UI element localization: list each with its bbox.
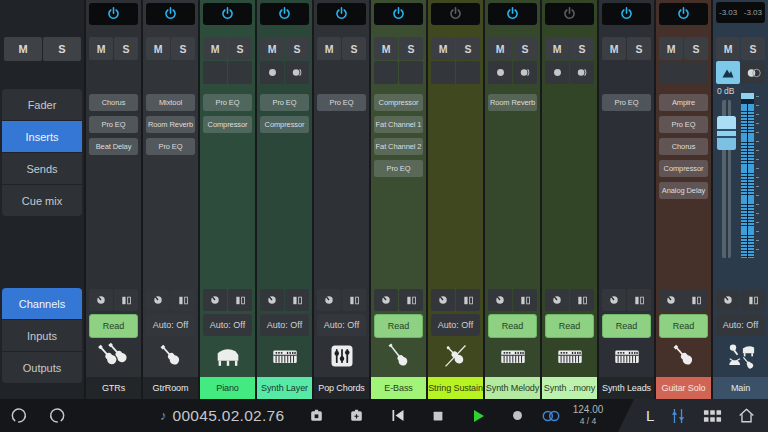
stop-button[interactable]	[425, 399, 451, 432]
pan-knob-button[interactable]	[146, 289, 170, 311]
return-to-start-button[interactable]	[385, 399, 411, 432]
insert-slot-pro-eq[interactable]: Pro EQ	[602, 94, 651, 111]
link-button[interactable]: L	[646, 407, 654, 424]
insert-slot-chorus[interactable]: Chorus	[659, 138, 708, 155]
monitor-button[interactable]	[684, 61, 708, 84]
sidebar-item-cue-mix[interactable]: Cue mix	[2, 185, 82, 216]
pan-knob-button[interactable]	[488, 289, 512, 311]
solo-button[interactable]: S	[114, 37, 138, 60]
insert-slot-analog-delay[interactable]: Analog Delay	[659, 182, 708, 199]
monitor-button[interactable]	[570, 61, 594, 84]
sidebar-item-fader[interactable]: Fader	[2, 89, 82, 120]
dual-pan-button[interactable]	[285, 289, 309, 311]
sidebar-item-inserts[interactable]: Inserts	[2, 121, 82, 152]
redo-button[interactable]	[42, 399, 68, 432]
solo-button[interactable]: S	[399, 37, 423, 60]
solo-button[interactable]: S	[684, 37, 708, 60]
sidebar-item-channels[interactable]: Channels	[2, 288, 82, 319]
mute-button[interactable]: M	[374, 37, 398, 60]
dual-pan-button[interactable]	[627, 289, 651, 311]
mute-button[interactable]: M	[89, 37, 113, 60]
channel-name-tag[interactable]: String Sustain	[428, 377, 483, 399]
automation-mode-button[interactable]: Read	[659, 314, 708, 338]
pan-knob-button[interactable]	[659, 289, 683, 311]
channel-name-tag[interactable]: Guitar Solo	[656, 377, 711, 399]
dual-pan-button[interactable]	[228, 289, 252, 311]
channel-power-button[interactable]	[545, 3, 594, 25]
solo-button[interactable]: S	[456, 37, 480, 60]
stereo-pan-button[interactable]	[741, 61, 765, 84]
automation-mode-button[interactable]: Auto: Off	[716, 314, 765, 336]
dual-pan-button[interactable]	[171, 289, 195, 311]
automation-mode-button[interactable]: Read	[602, 314, 651, 338]
dual-pan-button[interactable]	[684, 289, 708, 311]
insert-slot-beat-delay[interactable]: Beat Delay	[89, 138, 138, 155]
mute-button[interactable]: M	[488, 37, 512, 60]
mute-button[interactable]: M	[260, 37, 284, 60]
solo-button[interactable]: S	[627, 37, 651, 60]
monitor-button[interactable]	[228, 61, 252, 84]
dual-pan-button[interactable]	[456, 289, 480, 311]
record-arm-button[interactable]	[545, 61, 569, 84]
insert-slot-mixtool[interactable]: Mixtool	[146, 94, 195, 111]
dual-pan-button[interactable]	[399, 289, 423, 311]
dual-pan-button[interactable]	[114, 289, 138, 311]
pan-knob-button[interactable]	[374, 289, 398, 311]
dual-pan-button[interactable]	[570, 289, 594, 311]
channel-power-button[interactable]	[659, 3, 708, 25]
add-marker-button[interactable]	[343, 399, 369, 432]
mute-button[interactable]: M	[146, 37, 170, 60]
insert-slot-fat-channel-2[interactable]: Fat Channel 2	[374, 138, 423, 155]
sidebar-item-inputs[interactable]: Inputs	[2, 320, 82, 351]
channel-power-button[interactable]	[89, 3, 138, 25]
insert-slot-pro-eq[interactable]: Pro EQ	[203, 94, 252, 111]
pan-knob-button[interactable]	[317, 289, 341, 311]
grid-view-button[interactable]	[702, 408, 723, 424]
insert-slot-room-reverb[interactable]: Room Reverb	[146, 116, 195, 133]
monitor-button[interactable]	[399, 61, 423, 84]
channel-power-button[interactable]	[203, 3, 252, 25]
insert-slot-compressor[interactable]: Compressor	[203, 116, 252, 133]
sidebar-item-outputs[interactable]: Outputs	[2, 352, 82, 383]
pan-knob-button[interactable]	[203, 289, 227, 311]
insert-slot-pro-eq[interactable]: Pro EQ	[317, 94, 366, 111]
mute-button[interactable]: M	[545, 37, 569, 60]
insert-slot-pro-eq[interactable]: Pro EQ	[260, 94, 309, 111]
channel-power-button[interactable]	[602, 3, 651, 25]
solo-button[interactable]: S	[570, 37, 594, 60]
pan-knob-button[interactable]	[89, 289, 113, 311]
automation-mode-button[interactable]: Auto: Off	[431, 314, 480, 336]
sidebar-item-sends[interactable]: Sends	[2, 153, 82, 184]
channel-name-tag[interactable]: Synth Melody	[485, 377, 540, 399]
global-solo-button[interactable]: S	[43, 37, 81, 61]
pan-knob-button[interactable]	[431, 289, 455, 311]
insert-slot-room-reverb[interactable]: Room Reverb	[488, 94, 537, 111]
record-button[interactable]	[504, 399, 531, 432]
home-button[interactable]	[737, 407, 756, 424]
record-arm-button[interactable]	[488, 61, 512, 84]
insert-slot-compressor[interactable]: Compressor	[260, 116, 309, 133]
channel-name-tag[interactable]: Synth Leads	[599, 377, 654, 399]
channel-name-tag[interactable]: Synth ..mony	[542, 377, 597, 399]
insert-slot-pro-eq[interactable]: Pro EQ	[374, 160, 423, 177]
channel-name-tag[interactable]: Synth Layer	[257, 377, 312, 399]
global-mute-button[interactable]: M	[4, 37, 42, 61]
automation-mode-button[interactable]: Read	[89, 314, 138, 338]
solo-button[interactable]: S	[741, 37, 765, 60]
insert-slot-ampire[interactable]: Ampire	[659, 94, 708, 111]
record-arm-button[interactable]	[431, 61, 455, 84]
insert-slot-pro-eq[interactable]: Pro EQ	[89, 116, 138, 133]
insert-slot-fat-channel-1[interactable]: Fat Channel 1	[374, 116, 423, 133]
fader-view-button[interactable]	[716, 61, 740, 84]
channel-power-button[interactable]	[374, 3, 423, 25]
mute-button[interactable]: M	[203, 37, 227, 60]
pan-knob-button[interactable]	[260, 289, 284, 311]
mute-button[interactable]: M	[659, 37, 683, 60]
channel-power-button[interactable]	[260, 3, 309, 25]
undo-button[interactable]	[8, 399, 34, 432]
pan-knob-button[interactable]	[602, 289, 626, 311]
channel-name-tag[interactable]: Piano	[200, 377, 255, 399]
automation-mode-button[interactable]: Auto: Off	[260, 314, 309, 336]
insert-slot-chorus[interactable]: Chorus	[89, 94, 138, 111]
mute-button[interactable]: M	[602, 37, 626, 60]
